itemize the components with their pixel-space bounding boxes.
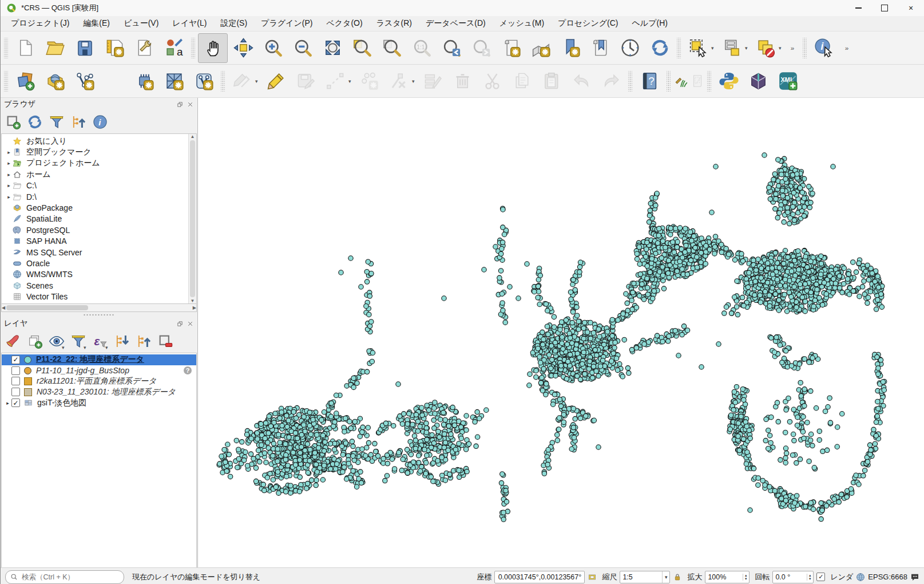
panel-splitter[interactable] <box>1 312 197 317</box>
add-group-button[interactable] <box>25 331 45 352</box>
lock-scale-icon[interactable] <box>673 573 682 582</box>
new-shapefile-layer-button[interactable] <box>70 67 99 96</box>
open-layer-styling-button[interactable] <box>3 331 23 352</box>
toolbar-grip[interactable] <box>4 38 8 58</box>
menu-item-8[interactable]: データベース(D) <box>419 17 493 30</box>
add-selected-layers-button[interactable] <box>3 112 23 132</box>
expand-all-button[interactable] <box>112 331 132 352</box>
new-map-view-button[interactable] <box>497 34 525 62</box>
expand-arrow[interactable]: ▸ <box>5 194 13 200</box>
browser-item-10[interactable]: MS SQL Server <box>2 247 196 258</box>
expand-arrow[interactable]: ▸ <box>5 172 13 177</box>
layer-item-0[interactable]: ✓P11-22_22: 地理座標系データ <box>2 354 196 365</box>
filter-by-expression-button[interactable]: ε▾ <box>90 331 110 352</box>
browser-item-8[interactable]: PostgreSQL <box>2 224 196 235</box>
menu-item-6[interactable]: ベクタ(O) <box>319 17 369 30</box>
pan-to-selection-button[interactable] <box>229 34 257 62</box>
layer-item-3[interactable]: N03-23_11_230101: 地理座標系データ <box>2 386 196 397</box>
new-geopackage-layer-button[interactable] <box>41 67 69 96</box>
menu-item-5[interactable]: プラグイン(P) <box>254 17 319 30</box>
save-project-button[interactable] <box>70 34 99 62</box>
toolbar-overflow-button[interactable]: » <box>839 34 854 62</box>
select-by-value-button[interactable] <box>717 34 746 62</box>
new-project-button[interactable] <box>11 34 39 62</box>
extent-toggle-icon[interactable] <box>588 573 597 582</box>
browser-item-12[interactable]: WMS/WMTS <box>2 269 196 280</box>
menu-item-11[interactable]: ヘルプ(H) <box>625 17 674 30</box>
new-virtual-layer-button[interactable] <box>189 67 218 96</box>
toolbar-grip[interactable] <box>707 71 711 92</box>
python-console-button[interactable] <box>714 67 743 96</box>
style-manager-button[interactable]: a <box>160 34 188 62</box>
maximize-button[interactable] <box>871 0 898 16</box>
menu-item-4[interactable]: 設定(S) <box>213 17 254 30</box>
show-layout-manager-button[interactable] <box>130 34 158 62</box>
layer-visibility-checkbox[interactable]: ✓ <box>11 398 20 407</box>
menu-item-2[interactable]: ビュー(V) <box>117 17 165 30</box>
select-features-button[interactable] <box>684 34 712 62</box>
browser-vertical-scrollbar[interactable]: ▲▼ <box>188 134 196 303</box>
magnifier-spinbox[interactable]: 100%▴▾ <box>705 571 749 583</box>
new-mesh-layer-button[interactable] <box>160 67 188 96</box>
locator-search-box[interactable] <box>5 570 124 584</box>
layer-visibility-checkbox[interactable] <box>11 377 20 385</box>
crs-globe-icon[interactable] <box>856 573 865 582</box>
new-spatial-bookmark-button[interactable] <box>556 34 585 62</box>
collapse-all-button[interactable] <box>133 331 154 352</box>
deselect-all-button[interactable] <box>751 34 780 62</box>
browser-item-9[interactable]: SAP HANA <box>2 236 196 247</box>
zoom-last-button[interactable] <box>437 34 466 62</box>
toolbar-grip[interactable] <box>221 71 225 92</box>
show-spatial-bookmarks-button[interactable] <box>586 34 614 62</box>
layer-item-4[interactable]: ▸✓gsiT-淡色地図 <box>2 397 196 408</box>
new-print-layout-button[interactable] <box>100 34 129 62</box>
new-gpx-layer-button[interactable] <box>130 67 158 96</box>
zoom-in-button[interactable] <box>259 34 287 62</box>
pan-map-button[interactable] <box>198 33 228 63</box>
open-data-source-manager-button[interactable] <box>11 67 39 96</box>
toolbar-grip[interactable] <box>628 71 632 92</box>
new-spatialite-layer-button[interactable] <box>100 67 129 96</box>
manage-map-themes-button[interactable]: ▾ <box>46 331 67 352</box>
expand-arrow[interactable]: ▸ <box>5 149 13 155</box>
browser-item-7[interactable]: SpatiaLite <box>2 214 196 224</box>
layer-item-2[interactable]: r2ka11201:平面直角座標系データ <box>2 376 196 387</box>
zoom-to-selection-button[interactable] <box>348 34 376 62</box>
browser-item-14[interactable]: Vector Tiles <box>2 291 196 302</box>
new-3d-map-view-button[interactable] <box>526 34 555 62</box>
browser-item-5[interactable]: ▸D:\ <box>2 191 196 202</box>
float-panel-button[interactable] <box>176 100 184 108</box>
messages-button[interactable] <box>910 573 919 582</box>
menu-item-9[interactable]: メッシュ(M) <box>493 17 551 30</box>
toolbar-grip[interactable] <box>803 38 807 58</box>
browser-item-13[interactable]: Scenes <box>2 280 196 291</box>
show-properties-widget-button[interactable]: i <box>90 112 110 132</box>
rotation-spinbox[interactable]: 0.0 °▴▾ <box>772 571 814 583</box>
filter-browser-button[interactable] <box>46 112 67 132</box>
menu-item-3[interactable]: レイヤ(L) <box>165 17 213 30</box>
close-button[interactable]: × <box>898 0 924 16</box>
help-contents-button[interactable]: ? <box>635 67 664 96</box>
collapse-all-button[interactable] <box>68 112 89 132</box>
browser-item-4[interactable]: ▸C:\ <box>2 180 196 191</box>
menu-item-0[interactable]: プロジェクト(J) <box>4 17 76 30</box>
toggle-editing-button[interactable] <box>261 67 290 96</box>
xml-tools-plugin-button[interactable]: XML <box>774 67 802 96</box>
browser-item-1[interactable]: ▸空間ブックマーク <box>2 147 196 157</box>
browser-item-3[interactable]: ▸ホーム <box>2 169 196 180</box>
browser-item-0[interactable]: お気に入り <box>2 136 196 147</box>
map-canvas[interactable] <box>198 98 924 567</box>
filter-legend-button[interactable]: ▾ <box>68 331 89 352</box>
zoom-to-layer-button[interactable] <box>378 34 406 62</box>
browser-horizontal-scrollbar[interactable]: ◀▶ <box>1 304 197 312</box>
close-panel-button[interactable] <box>186 100 194 108</box>
layer-visibility-checkbox[interactable] <box>11 366 20 375</box>
refresh-browser-button[interactable] <box>25 112 45 132</box>
browser-item-6[interactable]: GeoPackage <box>2 202 196 213</box>
search-input[interactable] <box>21 573 103 582</box>
refresh-map-button[interactable] <box>645 34 674 62</box>
expand-arrow[interactable]: ▸ <box>5 160 13 166</box>
layer-no-crs-indicator[interactable]: ? <box>184 366 192 374</box>
zoom-out-button[interactable] <box>288 34 317 62</box>
toolbar-overflow-button[interactable]: » <box>785 34 800 62</box>
